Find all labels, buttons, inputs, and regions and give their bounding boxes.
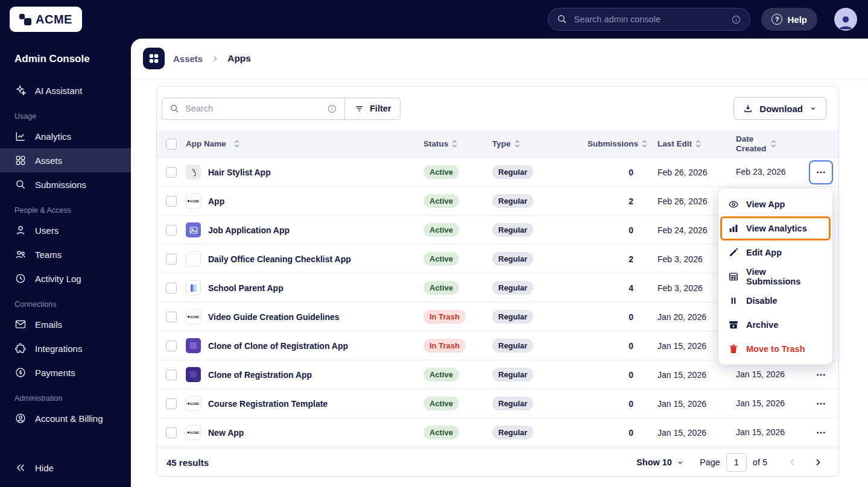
sidebar-item-assets[interactable]: Assets [0,148,131,172]
type-badge: Regular [492,252,533,266]
row-actions-button[interactable] [809,160,833,184]
prev-page-button[interactable] [787,456,799,468]
sidebar-item-users[interactable]: Users [0,218,131,242]
sort-icon[interactable] [695,140,702,148]
sort-icon[interactable] [233,140,240,148]
row-checkbox[interactable] [166,283,177,294]
sort-icon[interactable] [451,140,458,148]
sidebar-item-label: Submissions [35,180,86,190]
sidebar-item-analytics[interactable]: Analytics [0,124,131,148]
help-label: Help [787,14,807,25]
status-badge: Active [423,426,459,439]
row-checkbox[interactable] [166,225,177,236]
breadcrumb-apps: Apps [227,53,251,64]
sort-icon[interactable] [770,140,777,148]
date-created: Feb 23, 2026 [736,167,803,177]
table-search[interactable] [162,98,345,120]
row-checkbox[interactable] [166,427,177,438]
app-name-link[interactable]: Clone of Registration App [208,370,312,380]
row-checkbox[interactable] [166,369,177,380]
next-page-button[interactable] [812,456,824,468]
menu-item-move-to-trash[interactable]: Move to Trash [718,337,832,361]
last-edit-date: Feb 26, 2026 [657,168,736,177]
menu-item-label: Edit App [746,248,782,257]
menu-item-disable[interactable]: Disable [718,289,832,313]
app-name-link[interactable]: Job Application App [208,225,290,235]
menu-item-edit-app[interactable]: Edit App [718,240,832,265]
row-actions-button[interactable] [809,421,833,445]
avatar[interactable] [834,8,857,31]
menu-item-view-analytics[interactable]: View Analytics [720,216,831,240]
app-name-link[interactable]: Clone of Clone of Registration App [208,341,348,351]
header-type: Type [492,139,511,148]
info-icon[interactable] [327,104,337,114]
users-icon [14,248,27,260]
app-name-link[interactable]: New App [208,428,244,438]
results-count: 45 results [166,457,209,468]
row-checkbox[interactable] [166,398,177,409]
app-name-link[interactable]: App [208,196,224,206]
menu-item-archive[interactable]: Archive [718,313,832,337]
submissions-count: 0 [573,341,657,351]
table-header-row: App Name Status Type Submissions Last Ed… [157,130,838,158]
row-actions-button[interactable] [809,363,833,387]
hide-label: Hide [35,463,54,473]
app-thumbnail [186,222,201,237]
sidebar-item-label: AI Assistant [35,86,82,96]
page-number-input[interactable] [726,453,747,472]
download-button[interactable]: Download [733,97,826,120]
app-name-link[interactable]: Daily Office Cleaning Checklist App [208,254,351,264]
breadcrumb-assets[interactable]: Assets [173,54,203,64]
sort-icon[interactable] [641,140,648,148]
table-icon [728,271,739,282]
help-button[interactable]: Help [761,8,817,31]
menu-item-label: View App [746,200,785,209]
sidebar-item-integrations[interactable]: Integrations [0,336,131,360]
row-actions-button[interactable] [809,392,833,416]
filter-button[interactable]: Filter [345,98,401,120]
app-thumbnail [186,251,201,266]
row-checkbox[interactable] [166,312,177,322]
page-size-select[interactable]: Show 10 [636,457,684,467]
acme-logo[interactable]: ACME [10,7,82,32]
eye-icon [728,199,739,210]
table-search-input[interactable] [185,104,322,113]
sidebar-item-account-billing[interactable]: Account & Billing [0,406,131,430]
sidebar-item-teams[interactable]: Teams [0,242,131,266]
type-badge: Regular [492,368,533,382]
app-name-link[interactable]: Video Guide Creation Guidelines [208,312,340,322]
app-name-link[interactable]: School Parent App [208,283,284,293]
row-checkbox[interactable] [166,196,177,207]
row-checkbox[interactable] [166,254,177,265]
info-icon[interactable] [731,14,741,25]
header-date-created: Date Created [736,134,767,153]
type-badge: Regular [492,339,533,353]
menu-item-view-submissions[interactable]: View Submissions [718,265,832,289]
sidebar-item-payments[interactable]: $ Payments [0,360,131,385]
admin-search-input[interactable] [574,14,725,24]
sidebar-item-ai-assistant[interactable]: AI Assistant [0,78,131,102]
sidebar-item-label: Activity Log [35,274,81,284]
assets-app-icon [143,48,165,69]
select-all-checkbox[interactable] [166,139,177,149]
row-checkbox[interactable] [166,341,177,351]
sidebar-hide-button[interactable]: Hide [0,454,131,481]
type-badge: Regular [492,165,533,179]
admin-search[interactable] [548,8,750,31]
sidebar-section-administration: Administration [0,394,131,403]
sidebar-item-submissions[interactable]: Submissions [0,172,131,196]
page-of-label: of 5 [753,457,767,467]
app-thumbnail [186,280,201,295]
menu-item-view-app[interactable]: View App [718,192,832,216]
app-name-link[interactable]: Hair Stylist App [208,168,271,177]
last-edit-date: Jan 15, 2026 [657,370,736,380]
chart-icon [14,130,27,142]
app-name-link[interactable]: Course Registration Template [208,399,328,409]
table-row: Hair Stylist App Active Regular 0 Feb 26… [157,158,838,187]
header-app-name: App Name [186,139,226,148]
table-footer: 45 results Show 10 Page of 5 [157,448,838,476]
row-checkbox[interactable] [166,167,177,178]
sidebar-item-activity-log[interactable]: Activity Log [0,266,131,291]
sort-icon[interactable] [514,140,521,148]
sidebar-item-emails[interactable]: Emails [0,312,131,336]
